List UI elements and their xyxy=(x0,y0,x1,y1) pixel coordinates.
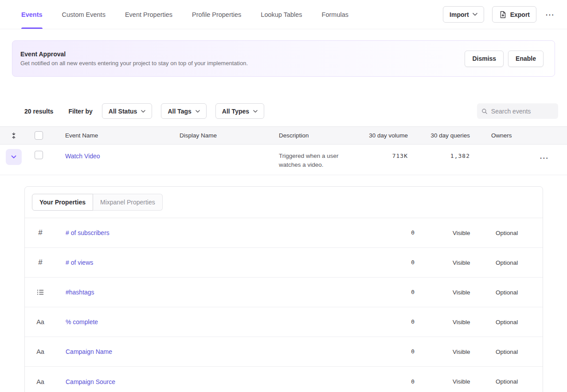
expand-cell xyxy=(0,152,27,165)
search-input[interactable] xyxy=(491,108,554,115)
property-requirement: Optional xyxy=(496,289,543,296)
tab-lookup-tables-label: Lookup Tables xyxy=(261,11,302,18)
tab-formulas[interactable]: Formulas xyxy=(322,0,348,29)
event-name-link[interactable]: Watch Video xyxy=(65,153,100,160)
collapse-all-icon[interactable] xyxy=(11,133,16,139)
property-name-link[interactable]: % complete xyxy=(56,318,366,325)
export-icon xyxy=(499,11,507,19)
tab-profile-properties[interactable]: Profile Properties xyxy=(192,0,241,29)
tab-mixpanel-properties[interactable]: Mixpanel Properties xyxy=(93,194,163,211)
property-requirement: Optional xyxy=(496,349,543,355)
header-owners: Owners xyxy=(470,132,523,139)
tab-custom-events[interactable]: Custom Events xyxy=(62,0,106,29)
property-row: # # of views 0 Visible Optional xyxy=(25,248,543,278)
text-type-icon: Aa xyxy=(36,378,44,385)
property-queries: 0 xyxy=(366,228,415,237)
all-status-label: All Status xyxy=(109,108,137,115)
property-queries: 0 xyxy=(366,377,415,386)
banner-text: Event Approval Get notified on all new e… xyxy=(20,51,248,67)
row-select-cell xyxy=(27,152,50,159)
event-description: Triggered when a user watches a video. xyxy=(279,152,356,169)
property-visibility: Visible xyxy=(453,230,496,236)
select-all-cell xyxy=(27,131,50,140)
tab-profile-properties-label: Profile Properties xyxy=(192,11,241,18)
event-approval-banner: Event Approval Get notified on all new e… xyxy=(12,40,555,77)
nav-tabs: Events Custom Events Event Properties Pr… xyxy=(21,0,348,29)
all-types-label: All Types xyxy=(222,108,249,115)
event-properties-panel: Your Properties Mixpanel Properties # # … xyxy=(24,186,543,392)
enable-button[interactable]: Enable xyxy=(508,51,544,67)
tab-event-properties-label: Event Properties xyxy=(125,11,172,18)
property-row: Aa Campaign Source 0 Visible Optional xyxy=(25,367,543,392)
import-button[interactable]: Import xyxy=(443,6,484,23)
property-name-link[interactable]: Campaign Name xyxy=(56,348,366,355)
chevron-down-icon xyxy=(196,110,200,113)
top-navigation: Events Custom Events Event Properties Pr… xyxy=(0,0,567,29)
property-row: Aa Campaign Name 0 Visible Optional xyxy=(25,337,543,367)
tab-formulas-label: Formulas xyxy=(322,11,348,18)
property-row: Aa % complete 0 Visible Optional xyxy=(25,307,543,337)
property-row: #hashtags 0 Visible Optional xyxy=(25,278,543,307)
nav-actions: Import Export ⋯ xyxy=(443,0,555,29)
row-checkbox[interactable] xyxy=(35,151,43,159)
collapse-all-cell xyxy=(0,133,27,139)
events-table-header: Event Name Display Name Description 30 d… xyxy=(0,126,567,145)
filter-by-label: Filter by xyxy=(68,108,92,115)
property-requirement: Optional xyxy=(496,230,543,236)
property-row: # # of subscribers 0 Visible Optional xyxy=(25,218,543,248)
row-more-menu-button[interactable]: ⋯ xyxy=(539,152,549,164)
collapse-row-button[interactable] xyxy=(6,149,22,165)
more-menu-button[interactable]: ⋯ xyxy=(544,8,555,21)
property-name-link[interactable]: #hashtags xyxy=(56,289,366,296)
property-name-link[interactable]: Campaign Source xyxy=(56,378,366,385)
property-requirement: Optional xyxy=(496,378,543,385)
properties-tabs: Your Properties Mixpanel Properties xyxy=(25,187,543,218)
banner-actions: Dismiss Enable xyxy=(465,51,544,67)
results-count: 20 results xyxy=(24,108,53,115)
tab-event-properties[interactable]: Event Properties xyxy=(125,0,172,29)
import-button-label: Import xyxy=(450,11,469,18)
table-row: Watch Video Triggered when a user watche… xyxy=(0,145,567,175)
tab-events-label: Events xyxy=(21,11,43,18)
header-30-day-queries: 30 day queries xyxy=(408,132,470,139)
search-icon xyxy=(481,108,488,115)
property-requirement: Optional xyxy=(496,259,543,266)
property-visibility: Visible xyxy=(453,349,496,355)
chevron-down-icon xyxy=(141,110,145,113)
filter-bar: 20 results Filter by All Status All Tags… xyxy=(24,103,558,119)
chevron-down-icon xyxy=(11,155,16,159)
number-type-icon: # xyxy=(38,258,42,267)
property-queries: 0 xyxy=(366,318,415,326)
header-30-day-volume: 30 day volume xyxy=(356,132,408,139)
tab-your-properties[interactable]: Your Properties xyxy=(32,194,93,211)
all-types-dropdown[interactable]: All Types xyxy=(215,103,264,119)
property-queries: 0 xyxy=(366,347,415,356)
search-box xyxy=(477,103,558,119)
tab-custom-events-label: Custom Events xyxy=(62,11,106,18)
property-visibility: Visible xyxy=(453,289,496,296)
select-all-checkbox[interactable] xyxy=(35,131,43,140)
all-status-dropdown[interactable]: All Status xyxy=(102,103,153,119)
chevron-down-icon xyxy=(473,13,477,16)
event-volume: 713K xyxy=(356,152,408,161)
event-queries: 1,382 xyxy=(408,152,470,161)
banner-title: Event Approval xyxy=(20,51,248,58)
property-requirement: Optional xyxy=(496,319,543,325)
text-type-icon: Aa xyxy=(36,318,44,325)
export-button[interactable]: Export xyxy=(492,6,536,23)
all-tags-dropdown[interactable]: All Tags xyxy=(161,103,206,119)
all-tags-label: All Tags xyxy=(168,108,191,115)
number-type-icon: # xyxy=(38,228,42,237)
dismiss-button[interactable]: Dismiss xyxy=(465,51,504,67)
property-queries: 0 xyxy=(366,288,415,297)
property-name-link[interactable]: # of subscribers xyxy=(56,229,366,236)
property-name-link[interactable]: # of views xyxy=(56,259,366,266)
tab-events[interactable]: Events xyxy=(21,0,43,29)
header-description: Description xyxy=(279,132,356,139)
chevron-down-icon xyxy=(253,110,258,113)
list-type-icon xyxy=(37,289,44,296)
property-visibility: Visible xyxy=(453,378,496,385)
export-button-label: Export xyxy=(510,11,530,18)
tab-lookup-tables[interactable]: Lookup Tables xyxy=(261,0,302,29)
header-display-name: Display Name xyxy=(180,132,279,139)
